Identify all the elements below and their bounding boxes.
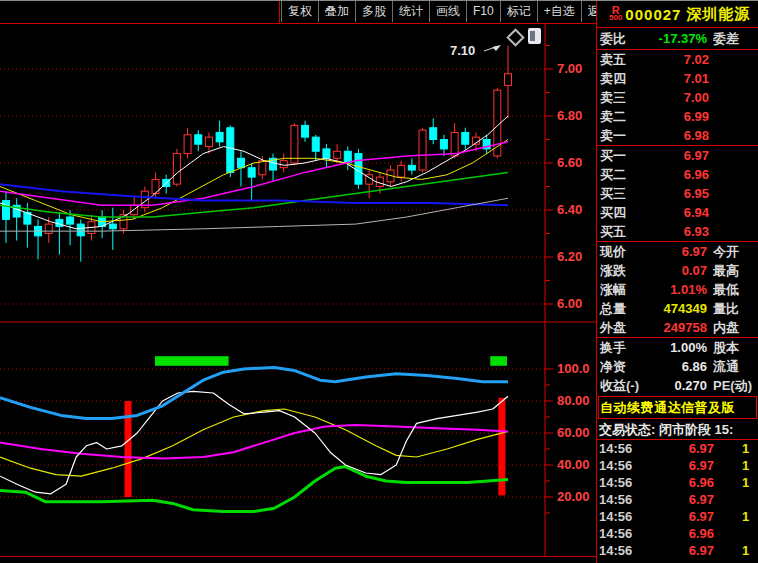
tick-price: 6.96 — [641, 475, 742, 490]
tick-price: 6.97 — [641, 509, 742, 524]
bid-row-5[interactable]: 买五 6.93 — [597, 222, 758, 241]
tick-volume: 1 — [742, 475, 756, 490]
f10-button[interactable]: F10 — [467, 1, 501, 22]
svg-text:6.20: 6.20 — [557, 249, 582, 264]
bid5-label: 买五 — [600, 223, 642, 241]
quote-panel: R 500 000027 深圳能源 委比 -17.37% 委差 卖五 7.02 … — [596, 1, 758, 563]
trade-status: 交易状态: 闭市阶段 15: — [597, 420, 758, 440]
tick-time: 14:56 — [599, 526, 641, 541]
toolbar-separator — [279, 1, 280, 23]
weibi-row: 委比 -17.37% 委差 — [597, 28, 758, 50]
ask4-label: 卖四 — [600, 70, 642, 88]
tick-price: 6.97 — [641, 543, 742, 558]
tick-row: 14:56 6.97 1 — [597, 508, 758, 525]
statistics-button[interactable]: 统计 — [393, 1, 430, 22]
ask-block: 卖五 7.02 卖四 7.01 卖三 7.00 卖二 6.99 卖一 6.98 — [597, 50, 758, 146]
net-asset-label: 净资 — [600, 358, 642, 376]
ask-row-2[interactable]: 卖二 6.99 — [597, 107, 758, 126]
bid-row-2[interactable]: 买二 6.96 — [597, 165, 758, 184]
bid-block: 买一 6.97 买二 6.96 买三 6.95 买四 6.94 买五 6.93 — [597, 146, 758, 242]
panel-toggle-icon[interactable] — [528, 28, 541, 44]
svg-text:6.60: 6.60 — [557, 155, 582, 170]
mark-button[interactable]: 标记 — [501, 1, 538, 22]
draw-line-button[interactable]: 画线 — [430, 1, 467, 22]
kline-and-oscillator-svg[interactable]: 7.006.806.606.406.206.007.10100.080.0060… — [0, 23, 596, 563]
bid1-label: 买一 — [600, 147, 642, 165]
volume-ratio-label: 量比 — [713, 300, 755, 318]
current-price-row: 现价 6.97 今开 — [597, 242, 758, 261]
stock-name: 深圳能源 — [686, 5, 750, 24]
r500-badge: R 500 — [609, 6, 622, 22]
overlay-button[interactable]: 叠加 — [319, 1, 356, 22]
renewal-notice-banner[interactable]: 自动续费通达信普及版 — [598, 396, 757, 419]
ask3-price: 7.00 — [642, 90, 709, 105]
tick-time: 14:56 — [599, 458, 641, 473]
bid-row-4[interactable]: 买四 6.94 — [597, 203, 758, 222]
bid2-price: 6.96 — [642, 167, 709, 182]
bid4-label: 买四 — [600, 204, 642, 222]
ask5-price: 7.02 — [642, 52, 709, 67]
tick-time: 14:56 — [599, 492, 641, 507]
low-label: 最低 — [713, 281, 755, 299]
time-sales-list[interactable]: 14:56 6.97 1 14:56 6.97 1 14:56 6.96 1 1… — [597, 440, 758, 559]
bid-row-3[interactable]: 买三 6.95 — [597, 184, 758, 203]
outer-lot-row: 外盘 249758 内盘 — [597, 318, 758, 337]
ask2-price: 6.99 — [642, 109, 709, 124]
multi-stock-button[interactable]: 多股 — [356, 1, 393, 22]
svg-text:60.00: 60.00 — [557, 425, 590, 440]
tick-volume: 1 — [742, 509, 756, 524]
change-row: 涨跌 0.07 最高 — [597, 261, 758, 280]
float-label: 流通 — [713, 358, 755, 376]
current-price-value: 6.97 — [642, 244, 707, 259]
ask1-price: 6.98 — [642, 128, 709, 143]
ask-row-5[interactable]: 卖五 7.02 — [597, 50, 758, 69]
turnover-label: 换手 — [600, 339, 642, 357]
bid4-price: 6.94 — [642, 205, 709, 220]
tick-time: 14:56 — [599, 475, 641, 490]
svg-text:6.40: 6.40 — [557, 202, 582, 217]
fundamental-block: 换手 1.00% 股本 净资 6.86 流通 收益(-) 0.270 PE(动) — [597, 338, 758, 395]
change-pct-label: 涨幅 — [600, 281, 642, 299]
ask3-label: 卖三 — [600, 89, 642, 107]
tick-volume: 1 — [742, 458, 756, 473]
ask-row-1[interactable]: 卖一 6.98 — [597, 126, 758, 145]
inner-lot-label: 内盘 — [713, 319, 755, 337]
open-label: 今开 — [713, 243, 755, 261]
tick-price: 6.97 — [641, 492, 742, 507]
svg-text:6.00: 6.00 — [557, 296, 582, 311]
ask4-price: 7.01 — [642, 71, 709, 86]
tick-row: 14:56 6.97 1 — [597, 542, 758, 559]
toolbar-buttons: 复权 叠加 多股 统计 画线 F10 标记 +自选 返回 — [281, 1, 619, 22]
weicha-label: 委差 — [713, 30, 755, 48]
share-capital-label: 股本 — [713, 339, 755, 357]
bid5-price: 6.93 — [642, 224, 709, 239]
change-label: 涨跌 — [600, 262, 642, 280]
svg-text:100.0: 100.0 — [557, 361, 590, 376]
tick-row: 14:56 6.96 — [597, 525, 758, 542]
panel-toggle-icon-detail — [530, 31, 535, 41]
restore-rights-button[interactable]: 复权 — [281, 1, 319, 22]
tick-row: 14:56 6.97 1 — [597, 440, 758, 457]
chart-area[interactable]: 7.006.806.606.406.206.007.10100.080.0060… — [0, 23, 596, 563]
net-asset-value: 6.86 — [642, 359, 707, 374]
svg-text:40.00: 40.00 — [557, 457, 590, 472]
volume-row: 总量 474349 量比 — [597, 299, 758, 318]
ask-row-4[interactable]: 卖四 7.01 — [597, 69, 758, 88]
turnover-row: 换手 1.00% 股本 — [597, 338, 758, 357]
ask-row-3[interactable]: 卖三 7.00 — [597, 88, 758, 107]
current-price-label: 现价 — [600, 243, 642, 261]
svg-text:80.00: 80.00 — [557, 393, 590, 408]
eps-label: 收益(-) — [600, 377, 652, 395]
tick-row: 14:56 6.97 1 — [597, 457, 758, 474]
add-watchlist-button[interactable]: +自选 — [538, 1, 582, 22]
bid-row-1[interactable]: 买一 6.97 — [597, 146, 758, 165]
ask1-label: 卖一 — [600, 127, 642, 145]
pe-label: PE(动) — [713, 377, 755, 395]
bid3-label: 买三 — [600, 185, 642, 203]
tick-volume: 1 — [742, 441, 756, 456]
svg-text:20.00: 20.00 — [557, 489, 590, 504]
eps-value: 0.270 — [652, 378, 707, 393]
outer-lot-value: 249758 — [642, 320, 707, 335]
tick-time: 14:56 — [599, 509, 641, 524]
stock-code: 000027 — [625, 6, 681, 23]
